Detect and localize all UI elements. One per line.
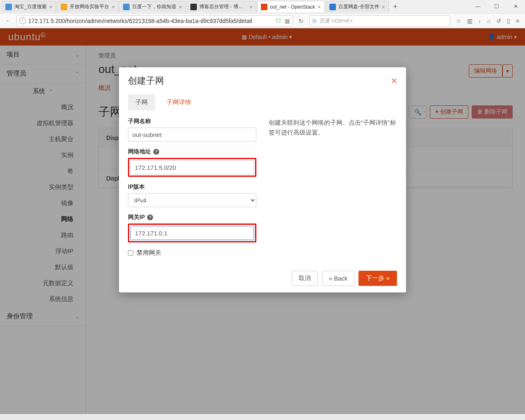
horizontal-scrollbar[interactable] — [0, 414, 525, 420]
subnet-name-input[interactable] — [128, 128, 256, 142]
disable-gateway-checkbox[interactable] — [128, 250, 133, 256]
search-engine-icon: ⊙ — [312, 18, 317, 24]
favicon-icon — [123, 4, 130, 10]
create-subnet-modal: 创建子网 × 子网 子网详情 子网名称 网络地址? IP版本 — [119, 67, 406, 292]
minimize-icon[interactable]: — — [468, 0, 487, 12]
browser-tab[interactable]: 博客后台管理 - 博客园× — [187, 1, 256, 12]
tab-close-icon[interactable]: × — [382, 4, 385, 10]
modal-tab-subnet[interactable]: 子网 — [128, 94, 155, 110]
tab-close-icon[interactable]: × — [249, 4, 253, 10]
label-ip-version: IP版本 — [128, 183, 256, 191]
browser-tab[interactable]: 百度网盘-全部文件× — [326, 1, 389, 12]
gateway-ip-input[interactable] — [130, 226, 254, 240]
help-icon[interactable]: ? — [153, 149, 159, 155]
modal-close-icon[interactable]: × — [391, 75, 397, 87]
close-icon[interactable]: ✕ — [506, 0, 525, 12]
new-tab-button[interactable]: + — [390, 2, 401, 11]
network-address-input[interactable] — [130, 160, 254, 174]
browser-tab[interactable]: 百度一下，你就知道× — [119, 1, 186, 12]
tab-close-icon[interactable]: × — [317, 4, 321, 10]
modal-title: 创建子网 — [128, 75, 164, 87]
favicon-icon — [190, 4, 197, 10]
modal-tab-detail[interactable]: 子网详情 — [159, 94, 199, 110]
label-gateway-ip: 网关IP? — [128, 214, 256, 221]
tab-title: 开放网络实验平台 — [70, 3, 109, 10]
label-network-address: 网络地址? — [128, 148, 256, 155]
library-icon[interactable]: ▥ — [467, 18, 472, 24]
url-bar[interactable]: i 🛡 ▦ — [16, 15, 293, 27]
favicon-icon — [261, 4, 267, 10]
modal-help-text: 创建关联到这个网络的子网。点击"子网详情"标签可进行高级设置。 — [269, 118, 397, 257]
tab-close-icon[interactable]: × — [112, 4, 115, 10]
tab-title: 百度网盘-全部文件 — [338, 3, 379, 10]
back-button[interactable]: ← — [2, 15, 14, 27]
tab-close-icon[interactable]: × — [49, 4, 52, 10]
window-controls: — ☐ ✕ — [468, 0, 525, 12]
reload-button[interactable]: ↻ — [295, 15, 307, 27]
highlight-network-address — [128, 158, 256, 177]
cancel-button[interactable]: 取消 — [292, 271, 318, 286]
maximize-icon[interactable]: ☐ — [487, 0, 506, 12]
tab-close-icon[interactable]: × — [179, 4, 182, 10]
favicon-icon — [5, 4, 12, 10]
browser-tab[interactable]: 开放网络实验平台× — [57, 1, 119, 12]
download-icon[interactable]: ↓ — [478, 18, 481, 24]
tab-title: out_net - OpenStack — [270, 4, 315, 10]
favicon-icon — [61, 4, 67, 10]
home-icon[interactable]: ⌂ — [487, 18, 490, 24]
tab-title: 百度一下，你就知道 — [132, 3, 176, 10]
ip-version-select[interactable]: IPv4 — [128, 193, 256, 207]
tab-title: 博客后台管理 - 博客园 — [199, 3, 247, 10]
sidebar-icon[interactable]: ▯ — [507, 18, 510, 24]
search-placeholder: 百度 <Ctrl+K> — [319, 17, 352, 25]
menu-icon[interactable]: ≡ — [516, 18, 519, 24]
highlight-gateway-ip — [128, 224, 256, 242]
browser-tabs: 淘宝_百度搜索× 开放网络实验平台× 百度一下，你就知道× 博客后台管理 - 博… — [0, 0, 525, 13]
info-icon[interactable]: i — [19, 18, 26, 24]
help-icon[interactable]: ? — [147, 215, 153, 220]
label-subnet-name: 子网名称 — [128, 118, 256, 125]
url-input[interactable] — [28, 18, 276, 24]
next-button[interactable]: 下一步 » — [358, 271, 397, 286]
label-disable-gateway: 禁用网关 — [137, 249, 161, 257]
browser-tab[interactable]: 淘宝_百度搜索× — [2, 1, 56, 12]
favicon-icon — [329, 4, 336, 10]
browser-tab-active[interactable]: out_net - OpenStack× — [257, 1, 324, 12]
shield-icon[interactable]: 🛡 — [276, 18, 281, 24]
qr-icon[interactable]: ▦ — [285, 18, 290, 24]
bookmark-icon[interactable]: ☆ — [456, 18, 461, 24]
search-bar[interactable]: ⊙ 百度 <Ctrl+K> — [309, 15, 450, 27]
sync-icon[interactable]: ↺ — [496, 18, 501, 24]
tab-title: 淘宝_百度搜索 — [14, 3, 47, 10]
back-button-modal[interactable]: « Back — [322, 271, 355, 286]
